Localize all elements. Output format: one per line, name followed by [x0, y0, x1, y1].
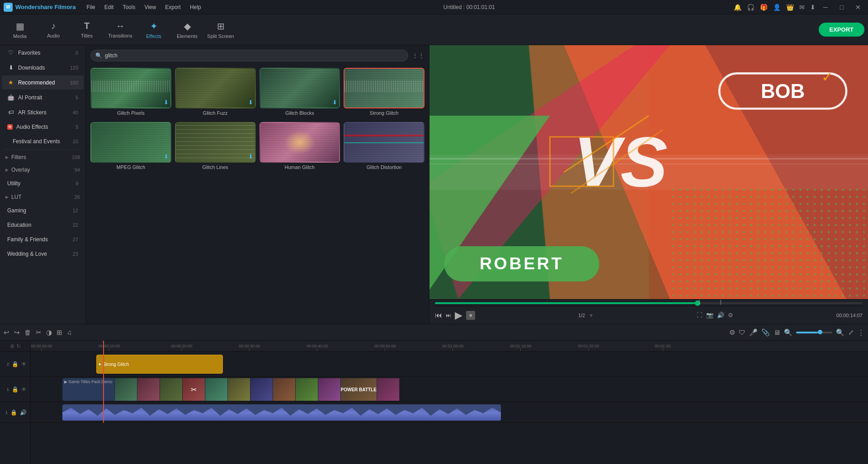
redo-button[interactable]: ↪ [14, 328, 20, 337]
timeline-playhead[interactable] [103, 341, 104, 423]
toolbar-audio[interactable]: ♪ Audio [37, 17, 70, 42]
eye-video-icon[interactable]: 👁 [21, 386, 27, 393]
download-icon-mpeg-glitch[interactable]: ⬇ [164, 153, 169, 160]
restore-button[interactable]: ◑ [46, 328, 52, 337]
search-input[interactable] [105, 52, 403, 59]
delete-clip-button[interactable]: 🗑 [24, 328, 31, 336]
audio-clip[interactable] [62, 404, 501, 421]
toolbar-elements[interactable]: ◆ Elements [171, 17, 203, 42]
sidebar-item-wedding[interactable]: Wedding & Love 23 [2, 247, 84, 261]
menu-tools[interactable]: Tools [119, 3, 139, 11]
monitor-icon[interactable]: 🖥 [774, 328, 780, 336]
audio-align-button[interactable]: ♫ [67, 328, 72, 336]
eye-effect-icon[interactable]: 👁 [21, 361, 27, 367]
crown-icon[interactable]: 👑 [786, 4, 794, 11]
select-icon[interactable]: ↻ [16, 343, 21, 349]
volume-audio-icon[interactable]: 🔊 [20, 409, 27, 416]
toolbar-effects[interactable]: ✦ Effects [137, 17, 170, 42]
main-toolbar: ▦ Media ♪ Audio T Titles ↔ Transitions ✦… [0, 14, 868, 45]
shield-icon[interactable]: 🛡 [739, 328, 745, 336]
maximize-button[interactable]: □ [835, 3, 848, 12]
festival-count: 10 [73, 139, 78, 144]
zoom-out-icon[interactable]: 🔍 [784, 328, 793, 337]
sidebar-item-filters[interactable]: ▶ Filters 158 [0, 151, 85, 164]
menu-bar: File Edit Tools View Export Help [83, 3, 204, 11]
headset-icon[interactable]: 🎧 [747, 4, 755, 11]
lock-audio-icon[interactable]: 🔒 [10, 409, 17, 416]
download-icon[interactable]: ⬇ [810, 4, 816, 11]
undo-button[interactable]: ↩ [4, 328, 9, 337]
menu-help[interactable]: Help [186, 3, 205, 11]
lock-effect-icon[interactable]: 🔒 [12, 361, 19, 367]
sidebar-item-gaming[interactable]: Gaming 12 [2, 204, 84, 217]
sidebar-item-education[interactable]: Education 22 [2, 218, 84, 232]
menu-file[interactable]: File [83, 3, 99, 11]
menu-export[interactable]: Export [161, 3, 184, 11]
sidebar-item-overlay[interactable]: ▶ Overlay 94 [0, 164, 85, 176]
fit-icon[interactable]: ⤢ [848, 328, 854, 337]
ripple-icon[interactable]: ⚙ [729, 328, 735, 337]
menu-view[interactable]: View [141, 3, 160, 11]
sidebar-item-audio-effects[interactable]: H Audio Effects 5 [2, 120, 84, 134]
lock-video-icon[interactable]: 🔒 [12, 386, 19, 393]
sidebar-item-lut[interactable]: ▶ LUT 26 [0, 191, 85, 203]
sidebar-item-festival[interactable]: Festival and Events 10 [2, 135, 84, 148]
sidebar-item-recommended[interactable]: ★ Recommended 100 [2, 75, 84, 89]
effect-card-glitch-fuzz[interactable]: ⬇ Glitch Fuzz [175, 68, 256, 118]
gift-icon[interactable]: 🎁 [760, 4, 768, 11]
minimize-button[interactable]: ─ [819, 3, 832, 12]
effect-card-glitch-blocks[interactable]: ⬇ Glitch Blocks [259, 68, 340, 118]
play-button[interactable]: ▶ [455, 309, 462, 321]
more-icon[interactable]: ⋮ [858, 328, 864, 337]
snapshot-icon[interactable]: 📷 [706, 312, 713, 319]
mic-icon[interactable]: 🎤 [749, 328, 758, 337]
zoom-in-icon[interactable]: 🔍 [836, 328, 844, 337]
strong-glitch-label: Strong Glitch [368, 110, 401, 118]
sidebar-item-ar-stickers[interactable]: 🏷 AR Stickers 40 [2, 105, 84, 119]
skip-back-button[interactable]: ⏮ [435, 311, 442, 319]
toolbar-titles[interactable]: T Titles [71, 17, 103, 42]
sidebar-item-utility[interactable]: Utility 9 [2, 177, 84, 190]
volume-icon[interactable]: 🔊 [717, 312, 724, 319]
sidebar-item-family[interactable]: Family & Friends 27 [2, 233, 84, 246]
cut-button[interactable]: ✂ [36, 328, 42, 337]
frame-back-button[interactable]: ⏭ [446, 312, 451, 319]
effect-card-strong-glitch[interactable]: Strong Glitch [344, 68, 425, 118]
user-icon[interactable]: 👤 [773, 4, 781, 11]
stop-button[interactable]: ■ [466, 311, 475, 320]
effect-card-glitch-distortion[interactable]: Glitch Distortion [344, 122, 425, 173]
download-icon-glitch-blocks[interactable]: ⬇ [332, 99, 337, 106]
sidebar-item-ai-portrait[interactable]: 🤖 AI Portrait 5 [2, 90, 84, 104]
settings-preview-icon[interactable]: ⚙ [728, 312, 733, 319]
preview-progress-container[interactable]: { } [435, 300, 863, 306]
mail-icon[interactable]: ✉ [799, 4, 805, 11]
effect-card-glitch-pixels[interactable]: ⬇ Glitch Pixels [90, 68, 171, 118]
notification-icon[interactable]: 🔔 [734, 4, 741, 11]
zoom-slider[interactable] [796, 332, 832, 333]
download-icon-glitch-pixels[interactable]: ⬇ [164, 99, 169, 106]
preview-progress-bar[interactable]: { } [435, 302, 863, 304]
toolbar-media[interactable]: ▦ Media [4, 17, 36, 42]
sidebar-item-favorites[interactable]: ♡ Favorites 0 [2, 46, 84, 60]
strong-glitch-clip[interactable]: ● Strong Glitch [96, 355, 223, 374]
toolbar-splitscreen[interactable]: ⊞ Split Screen [204, 17, 237, 42]
education-label: Education [7, 222, 69, 228]
close-button[interactable]: ✕ [852, 3, 864, 12]
fullscreen-icon[interactable]: ⛶ [697, 312, 703, 319]
add-icon[interactable]: ⊕ [10, 343, 14, 349]
export-button[interactable]: EXPORT [819, 23, 864, 37]
download-icon-glitch-lines[interactable]: ⬇ [248, 153, 253, 160]
zoom-track[interactable] [796, 332, 832, 333]
menu-edit[interactable]: Edit [101, 3, 118, 11]
effect-card-glitch-lines[interactable]: ⬇ Glitch Lines [175, 122, 256, 173]
clip-icon[interactable]: 📎 [761, 328, 770, 337]
sidebar-item-downloads[interactable]: ⬇ Downloads 120 [2, 61, 84, 75]
grid-view-icon[interactable]: ⋮⋮ [412, 52, 425, 59]
effect-card-human-glitch[interactable]: Human Glitch [259, 122, 340, 173]
video-clip-strip[interactable]: ▶ Game Titles Pack Demo ✂ [62, 378, 501, 401]
settings-button[interactable]: ⊞ [57, 328, 62, 337]
effect-card-mpeg-glitch[interactable]: ⬇ MPEG Glitch [90, 122, 171, 173]
toolbar-transitions[interactable]: ↔ Transitions [104, 17, 137, 42]
search-input-wrap[interactable]: 🔍 [90, 50, 408, 61]
download-icon-glitch-fuzz[interactable]: ⬇ [248, 99, 253, 106]
